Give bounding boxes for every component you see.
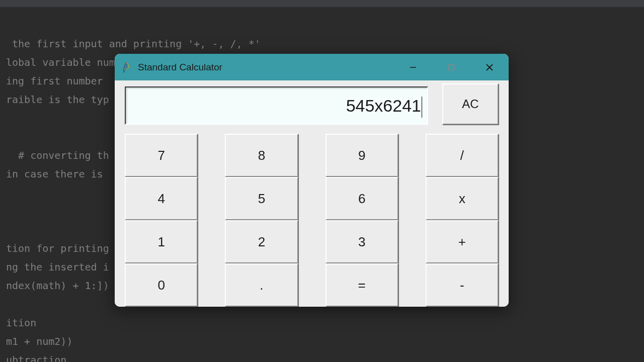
calculator-display[interactable]: 545x6241 [125,86,428,125]
window-title: Standard Calculator [138,62,222,73]
equals-button[interactable]: = [326,263,398,307]
divide-button[interactable]: / [426,134,499,177]
digit-6-button[interactable]: 6 [326,177,398,220]
maximize-button[interactable] [432,54,470,80]
digit-1-button[interactable]: 1 [125,220,198,263]
minimize-button[interactable] [394,54,432,80]
digit-2-button[interactable]: 2 [225,220,298,263]
digit-4-button[interactable]: 4 [125,177,198,220]
decimal-button[interactable]: . [225,263,298,307]
window-titlebar[interactable]: Standard Calculator [115,54,509,80]
svg-rect-1 [449,64,454,70]
multiply-button[interactable]: x [426,177,499,220]
close-button[interactable] [470,54,509,80]
digit-7-button[interactable]: 7 [125,134,198,177]
digit-8-button[interactable]: 8 [225,134,298,177]
digit-3-button[interactable]: 3 [326,220,398,263]
calculator-window: Standard Calculator 545x6241 AC 7 8 9 / [115,54,509,307]
window-controls [394,54,509,80]
minus-button[interactable]: - [426,263,499,307]
digit-5-button[interactable]: 5 [225,177,298,220]
all-clear-button[interactable]: AC [442,83,499,125]
digit-9-button[interactable]: 9 [326,134,398,177]
digit-0-button[interactable]: 0 [125,263,198,307]
editor-top-bar [0,0,644,7]
tkinter-feather-icon [122,61,131,73]
calculator-body: 545x6241 AC 7 8 9 / 4 5 6 x 1 2 3 + [115,80,509,307]
plus-button[interactable]: + [426,220,499,263]
